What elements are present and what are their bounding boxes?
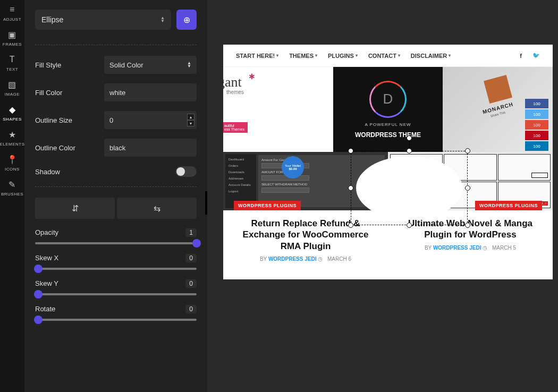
sliders-icon: ≡ [10,4,15,15]
social-column: 100 100 100 100 100 [525,99,548,151]
preview-site-nav: START HERE! THEMES PLUGINS CONTACT DISCL… [223,45,553,67]
step-down-icon[interactable]: ▼ [187,120,195,126]
woo-main: Amount For Coupon AMOUNT FOR WITHDRAW SE… [258,155,385,207]
shape-type-value: Ellipse [41,15,63,24]
pin-icon: 📍 [7,154,18,165]
rotate-slider[interactable]: Rotate0 [35,305,197,321]
nav-start-here: START HERE! [236,53,278,59]
nav-brushes[interactable]: ✎BRUSHES [1,179,23,197]
facebook-icon: f [520,53,522,59]
nav-image[interactable]: ▧IMAGE [5,79,20,97]
brush-icon: ✎ [9,179,16,190]
nav-adjust[interactable]: ≡ADJUST [3,4,21,22]
card-1: DashboardOrdersDownloadsAddressesAccount… [223,152,388,279]
nav-icons[interactable]: 📍ICONS [5,154,20,172]
woo-sidebar: DashboardOrdersDownloadsAddressesAccount… [225,154,256,208]
outline-size-stepper[interactable]: ▲▼ [187,114,195,126]
nav-rail: ≡ADJUST ▣FRAMES TTEXT ▧IMAGE ◆SHAPES ★EL… [0,0,24,392]
flip-horizontal-button[interactable]: ⇆ [117,198,197,219]
frames-icon: ▣ [8,29,16,40]
canvas-image[interactable]: START HERE! THEMES PLUGINS CONTACT DISCL… [223,45,553,279]
nav-plugins: PLUGINS [328,53,358,59]
shapes-panel: Ellipse ▲▼ ⊕ Fill Style Solid Color ▲▼ F… [24,0,207,392]
nav-contact: CONTACT [368,53,400,59]
thumb-divi: D A POWERFUL NEW WORDPRESS THEME [333,67,443,152]
opacity-slider[interactable]: Opacity1 [35,228,197,244]
star-icon: ★ [9,129,16,140]
outline-size-input[interactable]: 0 ▲▼ [104,111,197,129]
fill-color-input[interactable]: white [104,83,197,101]
nav-frames[interactable]: ▣FRAMES [3,29,22,47]
asterisk-icon: ✱ [249,72,255,81]
text-icon: T [10,54,15,65]
wallet-bubble: Your Wallet$0.00 [282,156,304,178]
category-badge: WORDPRESS PLUGINS [475,201,542,210]
clock-icon: ◷ [318,256,323,262]
divi-logo-icon: D [369,81,407,118]
nav-disclaimer: DISCLAIMER [411,53,451,59]
target-icon: ⊕ [183,15,190,25]
card-1-meta: BY WORDPRESS JEDI ◷ MARCH 6 [223,256,388,262]
add-shape-button[interactable]: ⊕ [176,10,197,30]
fill-style-label: Fill Style [35,61,99,69]
skewx-slider[interactable]: Skew X0 [35,254,197,270]
outline-size-label: Outline Size [35,116,99,124]
fill-style-select[interactable]: Solid Color ▲▼ [104,56,197,74]
outline-color-label: Outline Color [35,144,99,152]
card-2-title: Ultimate Web Novel & Manga Plugin for Wo… [388,210,553,245]
monarch-logo-icon [484,75,512,104]
shape-type-select[interactable]: Ellipse ▲▼ [35,10,171,30]
nav-text[interactable]: TTEXT [6,54,18,72]
flip-vertical-button[interactable]: ⇵ [35,198,115,219]
canvas-area[interactable]: START HERE! THEMES PLUGINS CONTACT DISCL… [207,0,558,392]
step-up-icon[interactable]: ▲ [187,114,195,120]
nav-elements[interactable]: ★ELEMENTS [0,129,25,147]
manga-panels: NOTE...! DEATH...! [390,154,551,208]
card-2-meta: BY WORDPRESS JEDI ◷ MARCH 5 [388,245,553,251]
clock-icon: ◷ [483,245,487,251]
preview-cards: DashboardOrdersDownloadsAddressesAccount… [223,152,553,279]
shadow-label: Shadow [35,168,99,176]
twitter-icon: 🐦 [532,52,540,59]
nav-shapes[interactable]: ◆SHAPES [3,104,21,122]
fill-color-label: Fill Color [35,89,99,97]
separator [35,186,197,187]
category-badge: WORDPRESS PLUGINS [234,201,301,210]
image-icon: ▧ [8,79,16,90]
flip-h-icon: ⇆ [154,203,160,214]
card-2: NOTE...! DEATH...! WORDPRESS PLUGINS Ult… [388,152,553,279]
flip-v-icon: ⇵ [72,203,79,214]
preview-thumbs: gant ✱ themes autifuless Themes D A POWE… [223,67,553,152]
shapes-icon: ◆ [9,104,16,115]
outline-color-input[interactable]: black [104,139,197,157]
skewy-slider[interactable]: Skew Y0 [35,279,197,295]
select-caret-icon: ▲▼ [187,62,191,68]
thumb-elegant: gant ✱ themes autifuless Themes [223,67,333,152]
select-caret-icon: ▲▼ [160,16,165,23]
card-1-title: Return Replace Refund & Exchange for Woo… [223,210,388,256]
thumb-monarch: MONARCH Share This 100 100 100 100 100 [443,67,553,152]
separator [35,45,197,45]
nav-themes: THEMES [289,53,317,59]
shadow-toggle[interactable] [175,166,197,177]
